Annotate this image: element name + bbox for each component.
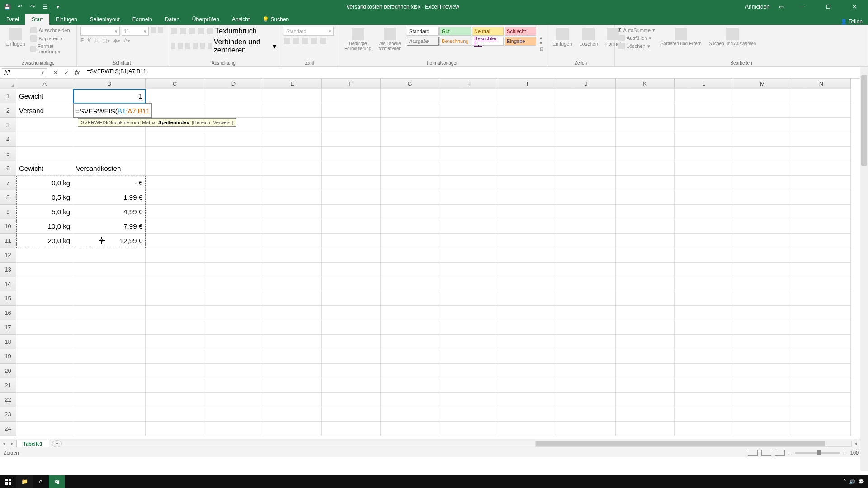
- editing-cell-b2[interactable]: =SVERWEIS(B1;A7:B11: [73, 103, 152, 118]
- tab-ansicht[interactable]: Ansicht: [226, 14, 256, 25]
- cell-G13[interactable]: [381, 263, 439, 277]
- cell-N3[interactable]: [792, 118, 851, 132]
- cell-D21[interactable]: [204, 378, 263, 393]
- cell-I8[interactable]: [498, 190, 557, 205]
- cell-L12[interactable]: [675, 248, 733, 263]
- cell-J3[interactable]: [557, 118, 616, 132]
- cell-I9[interactable]: [498, 205, 557, 219]
- row-header-7[interactable]: 7: [0, 176, 16, 190]
- cell-A19[interactable]: [16, 349, 73, 364]
- cell-A13[interactable]: [16, 263, 73, 277]
- cell-B8[interactable]: 1,99 €: [73, 190, 146, 205]
- cell-L3[interactable]: [675, 118, 733, 132]
- column-header-D[interactable]: D: [204, 79, 263, 89]
- cell-J19[interactable]: [557, 349, 616, 364]
- row-header-23[interactable]: 23: [0, 407, 16, 422]
- cell-K5[interactable]: [616, 147, 675, 161]
- cell-J24[interactable]: [557, 422, 616, 436]
- vertical-scrollbar[interactable]: [860, 67, 868, 471]
- cell-B21[interactable]: [73, 378, 146, 393]
- cell-F4[interactable]: [322, 132, 381, 147]
- cell-G1[interactable]: [381, 89, 439, 103]
- touch-mode-icon[interactable]: ☰: [42, 3, 49, 10]
- cell-J2[interactable]: [557, 103, 616, 118]
- currency-icon[interactable]: [284, 38, 290, 44]
- hscroll-thumb[interactable]: [536, 441, 825, 446]
- row-header-4[interactable]: 4: [0, 132, 16, 147]
- column-header-A[interactable]: A: [16, 79, 73, 89]
- cell-A1[interactable]: Gewicht: [16, 89, 73, 103]
- cell-E24[interactable]: [263, 422, 322, 436]
- cell-J21[interactable]: [557, 378, 616, 393]
- cell-H1[interactable]: [439, 89, 498, 103]
- cell-E19[interactable]: [263, 349, 322, 364]
- cell-H22[interactable]: [439, 393, 498, 407]
- cell-K18[interactable]: [616, 335, 675, 349]
- cell-E13[interactable]: [263, 263, 322, 277]
- cell-C10[interactable]: [146, 219, 204, 234]
- cell-E1[interactable]: [263, 89, 322, 103]
- row-header-17[interactable]: 17: [0, 320, 16, 335]
- cell-N7[interactable]: [792, 176, 851, 190]
- format-painter-button[interactable]: Format übertragen: [30, 43, 73, 55]
- excel-taskbar-icon[interactable]: X▮: [49, 475, 65, 488]
- cell-C8[interactable]: [146, 190, 204, 205]
- increase-decimal-icon[interactable]: [311, 38, 317, 44]
- cell-E23[interactable]: [263, 407, 322, 422]
- cell-L18[interactable]: [675, 335, 733, 349]
- cell-I11[interactable]: [498, 234, 557, 248]
- fill-color-button[interactable]: ◆▾: [113, 38, 120, 44]
- cell-M11[interactable]: [733, 234, 792, 248]
- styles-scroll-down-icon[interactable]: ▾: [540, 41, 543, 46]
- column-header-G[interactable]: G: [381, 79, 439, 89]
- format-as-table-button[interactable]: Als Tabelle formatieren: [377, 27, 403, 60]
- cell-N19[interactable]: [792, 349, 851, 364]
- cell-H20[interactable]: [439, 364, 498, 378]
- cell-N1[interactable]: [792, 89, 851, 103]
- cell-M2[interactable]: [733, 103, 792, 118]
- cell-C22[interactable]: [146, 393, 204, 407]
- cell-C11[interactable]: [146, 234, 204, 248]
- cell-H7[interactable]: [439, 176, 498, 190]
- cell-I13[interactable]: [498, 263, 557, 277]
- cell-J18[interactable]: [557, 335, 616, 349]
- cell-G2[interactable]: [381, 103, 439, 118]
- cell-C15[interactable]: [146, 291, 204, 306]
- cell-N17[interactable]: [792, 320, 851, 335]
- column-header-E[interactable]: E: [263, 79, 322, 89]
- cell-I5[interactable]: [498, 147, 557, 161]
- cell-B22[interactable]: [73, 393, 146, 407]
- border-button[interactable]: ▢▾: [102, 38, 110, 44]
- cell-N20[interactable]: [792, 364, 851, 378]
- cell-L23[interactable]: [675, 407, 733, 422]
- cell-F6[interactable]: [322, 161, 381, 176]
- cell-K15[interactable]: [616, 291, 675, 306]
- cell-E21[interactable]: [263, 378, 322, 393]
- cell-G11[interactable]: [381, 234, 439, 248]
- column-header-L[interactable]: L: [675, 79, 733, 89]
- cell-style-berechnung[interactable]: Berechnung: [439, 37, 471, 46]
- cell-I6[interactable]: [498, 161, 557, 176]
- underline-button[interactable]: U: [94, 38, 99, 44]
- cell-M18[interactable]: [733, 335, 792, 349]
- cell-F24[interactable]: [322, 422, 381, 436]
- cell-F19[interactable]: [322, 349, 381, 364]
- vscroll-thumb[interactable]: [861, 75, 867, 166]
- cell-M8[interactable]: [733, 190, 792, 205]
- row-header-9[interactable]: 9: [0, 205, 16, 219]
- cell-N15[interactable]: [792, 291, 851, 306]
- cell-F2[interactable]: [322, 103, 381, 118]
- cell-L10[interactable]: [675, 219, 733, 234]
- align-top-icon[interactable]: [171, 28, 177, 34]
- cell-K13[interactable]: [616, 263, 675, 277]
- cell-H5[interactable]: [439, 147, 498, 161]
- cell-A2[interactable]: Versand: [16, 103, 73, 118]
- cell-G3[interactable]: [381, 118, 439, 132]
- wrap-text-button[interactable]: Textumbruch: [207, 27, 257, 36]
- cell-D12[interactable]: [204, 248, 263, 263]
- cell-C21[interactable]: [146, 378, 204, 393]
- tab-uberprufen[interactable]: Überprüfen: [186, 14, 226, 25]
- cell-A6[interactable]: Gewicht: [16, 161, 73, 176]
- cell-N21[interactable]: [792, 378, 851, 393]
- cell-I3[interactable]: [498, 118, 557, 132]
